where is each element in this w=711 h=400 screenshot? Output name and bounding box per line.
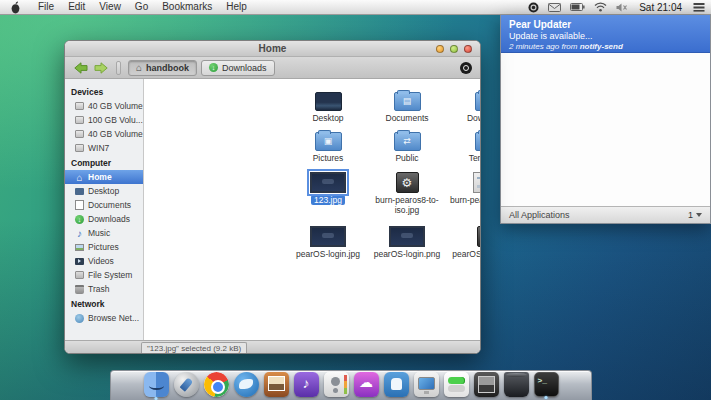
sidebar-item-win7[interactable]: WIN7 [65, 141, 143, 155]
sidebar-item-label: 40 GB Volume [88, 129, 143, 139]
file-123-jpg[interactable]: 123.jpg [288, 167, 368, 205]
back-button[interactable] [73, 61, 89, 75]
sidebar-item-music[interactable]: Music [65, 226, 143, 240]
sidebar-item-40gb-volume-2[interactable]: 40 GB Volume [65, 127, 143, 141]
menubar-clock[interactable]: Sat 21:04 [639, 2, 682, 13]
dock-image-viewer-icon[interactable] [474, 372, 499, 397]
dock-trash-icon[interactable] [504, 372, 529, 397]
file-pictures[interactable]: Pictures [288, 125, 368, 163]
sidebar-item-100gb-volume[interactable]: 100 GB Volu... [65, 113, 143, 127]
window-statusbar: "123.jpg" selected (9.2 kB) [65, 340, 480, 353]
wifi-icon[interactable] [594, 2, 607, 12]
dock-thunderbird-icon[interactable] [234, 372, 259, 397]
breadcrumb-downloads[interactable]: Downloads [201, 60, 275, 76]
dock-cloud-icon[interactable] [354, 372, 379, 397]
video-icon [75, 258, 84, 265]
file-pearos-login-jpg[interactable]: pearOS-login.jpg [288, 221, 368, 259]
file-label: Templates [469, 153, 481, 163]
dock-preferences-icon[interactable] [444, 372, 469, 397]
notification-panel-footer: All Applications 1 [501, 206, 710, 223]
folder-icon [475, 92, 482, 111]
dock-photos-icon[interactable] [264, 372, 289, 397]
sidebar-header-computer: Computer [65, 155, 143, 170]
dock-terminal-icon[interactable]: >_ [534, 372, 559, 397]
dock-hand-app-icon[interactable] [384, 372, 409, 397]
notification-count-dropdown[interactable]: 1 [688, 210, 702, 220]
image-thumbnail [396, 172, 419, 193]
file-public[interactable]: Public [367, 125, 447, 163]
file-label: pearOS-login.jpg [296, 249, 360, 259]
sidebar-item-videos[interactable]: Videos [65, 254, 143, 268]
battery-icon[interactable] [570, 3, 585, 11]
menu-go[interactable]: Go [128, 0, 155, 14]
sidebar-item-pictures[interactable]: Pictures [65, 240, 143, 254]
sidebar-item-trash[interactable]: Trash [65, 282, 143, 296]
pear-logo-icon[interactable] [10, 1, 21, 14]
sidebar-item-desktop[interactable]: Desktop [65, 184, 143, 198]
file-desktop[interactable]: Desktop [288, 85, 368, 123]
sidebar-item-40gb-volume[interactable]: 40 GB Volume [65, 99, 143, 113]
volume-muted-icon[interactable] [616, 3, 628, 12]
notification-card[interactable]: Pear Updater Update is available... 2 mi… [501, 15, 710, 53]
updater-status-icon[interactable] [528, 2, 539, 13]
desktop-icon [75, 188, 84, 195]
folder-icon [394, 132, 421, 151]
file-downloads[interactable]: Downloads [448, 85, 481, 123]
sidebar-item-file-system[interactable]: File System [65, 268, 143, 282]
sidebar-item-home[interactable]: Home [65, 170, 143, 184]
breadcrumb-handbook[interactable]: handbook [128, 60, 197, 76]
trash-icon [75, 285, 84, 294]
file-burn-pearos-usb[interactable]: burn-pearos-usb.jpg [448, 167, 481, 205]
notification-title: Pear Updater [509, 19, 702, 30]
sidebar-item-label: Pictures [88, 242, 119, 252]
window-title: Home [259, 43, 287, 54]
file-manager-window: Home handbook Downloads Devices 40 GB Vo… [64, 40, 481, 354]
file-burn-pearos8-to-iso[interactable]: burn-pearos8-to-iso.jpg [367, 167, 447, 215]
dock-music-icon[interactable] [294, 372, 319, 397]
menu-bookmarks[interactable]: Bookmarks [155, 0, 219, 14]
file-grid: Desktop Documents Downloads Music Pictur… [144, 79, 480, 340]
mail-icon[interactable] [548, 3, 561, 12]
menu-edit[interactable]: Edit [61, 0, 92, 14]
document-emblem-icon [403, 97, 412, 106]
forward-button[interactable] [93, 61, 109, 75]
file-pearos-screen-jpg[interactable]: pearOS-screen.jpg [448, 221, 481, 259]
sidebar-item-browse-network[interactable]: Browse Net... [65, 311, 143, 325]
dock-launcher-icon[interactable] [174, 372, 199, 397]
sidebar-item-downloads[interactable]: Downloads [65, 212, 143, 226]
home-icon [75, 173, 84, 182]
menu-view[interactable]: View [92, 0, 128, 14]
notification-meta-time: 2 minutes ago from [509, 42, 580, 51]
dock: >_ [110, 370, 592, 400]
window-content: Devices 40 GB Volume 100 GB Volu... 40 G… [65, 79, 480, 340]
dock-chrome-icon[interactable] [204, 372, 229, 397]
sidebar-item-documents[interactable]: Documents [65, 198, 143, 212]
sidebar-item-label: Home [88, 172, 112, 182]
sidebar-item-label: Trash [88, 284, 109, 294]
sidebar-header-network: Network [65, 296, 143, 311]
close-button[interactable] [464, 45, 472, 53]
notification-panel-body [501, 53, 710, 206]
dock-file-manager-icon[interactable] [144, 372, 169, 397]
sidebar-item-label: 40 GB Volume [88, 101, 143, 111]
selection-status: "123.jpg" selected (9.2 kB) [141, 342, 247, 353]
menu-file[interactable]: File [31, 0, 61, 14]
file-documents[interactable]: Documents [367, 85, 447, 123]
dock-contacts-icon[interactable] [324, 372, 349, 397]
notification-panel: Pear Updater Update is available... 2 mi… [500, 15, 711, 224]
dock-displays-icon[interactable] [414, 372, 439, 397]
file-templates[interactable]: Templates [448, 125, 481, 163]
file-pearos-login-png[interactable]: pearOS-login.png [367, 221, 447, 259]
file-label: pearOS-screen.jpg [452, 249, 481, 259]
search-icon[interactable] [460, 62, 472, 74]
notification-center-icon[interactable] [693, 2, 705, 12]
all-applications-label[interactable]: All Applications [509, 210, 570, 220]
menu-help[interactable]: Help [219, 0, 254, 14]
minimize-button[interactable] [436, 45, 444, 53]
notification-count: 1 [688, 210, 693, 220]
maximize-button[interactable] [450, 45, 458, 53]
sidebar-item-label: WIN7 [88, 143, 109, 153]
download-icon [209, 63, 218, 72]
sidebar-item-label: Documents [88, 200, 131, 210]
window-titlebar[interactable]: Home [65, 41, 480, 57]
